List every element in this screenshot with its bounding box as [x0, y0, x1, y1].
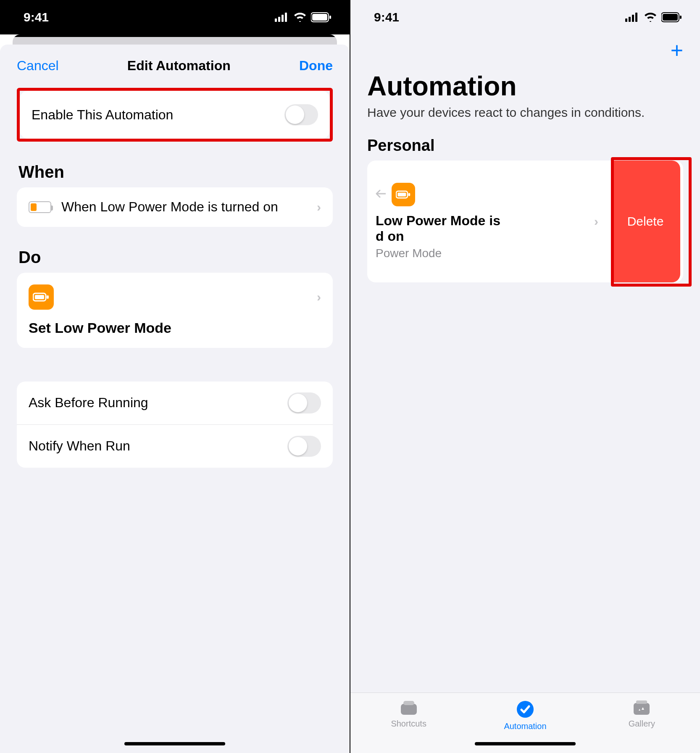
battery-app-icon — [29, 284, 54, 310]
status-icons — [275, 12, 332, 22]
swipe-arrow-icon — [376, 189, 386, 200]
svg-rect-12 — [632, 15, 634, 22]
low-battery-icon — [29, 201, 51, 213]
tab-automation-label: Automation — [504, 721, 546, 731]
do-action-row[interactable]: › Set Low Power Mode — [17, 273, 333, 348]
svg-rect-13 — [635, 13, 637, 22]
cellular-icon — [625, 13, 639, 22]
svg-rect-16 — [680, 16, 682, 19]
ask-before-running-label: Ask Before Running — [29, 395, 287, 411]
svg-rect-20 — [401, 704, 417, 715]
done-button[interactable]: Done — [299, 58, 333, 74]
do-section-header: Do — [18, 248, 333, 267]
battery-app-icon — [392, 183, 415, 206]
notify-when-run-row[interactable]: Notify When Run — [17, 425, 333, 468]
delete-button-label: Delete — [627, 214, 664, 229]
chevron-right-icon: › — [317, 290, 321, 304]
ask-before-running-toggle[interactable] — [287, 392, 321, 413]
sheet-navbar: Cancel Edit Automation Done — [0, 45, 350, 88]
item-text-line2: d on — [376, 229, 599, 244]
svg-rect-2 — [282, 15, 284, 22]
svg-rect-3 — [285, 13, 287, 22]
svg-rect-24 — [636, 700, 647, 704]
tab-shortcuts[interactable]: Shortcuts — [373, 700, 445, 729]
cellular-icon — [275, 13, 289, 22]
add-automation-button[interactable]: + — [671, 39, 683, 61]
notify-when-run-toggle[interactable] — [287, 436, 321, 457]
status-bar-left: 9:41 — [0, 0, 350, 34]
tab-shortcuts-label: Shortcuts — [391, 719, 426, 729]
svg-rect-19 — [408, 193, 411, 196]
svg-rect-10 — [625, 18, 627, 22]
automation-icon — [516, 700, 535, 719]
enable-automation-row[interactable]: Enable This Automation — [20, 91, 330, 139]
svg-rect-18 — [398, 192, 406, 196]
chevron-right-icon: › — [317, 200, 321, 214]
delete-button[interactable]: Delete — [611, 161, 680, 282]
automation-list-item[interactable]: Low Power Mode is d on Power Mode › Dele… — [367, 161, 683, 282]
item-text-line3: Power Mode — [376, 247, 599, 260]
enable-automation-toggle[interactable] — [284, 104, 318, 125]
status-bar-right: 9:41 — [350, 0, 700, 34]
status-icons — [625, 12, 682, 22]
gallery-icon — [631, 700, 652, 716]
svg-rect-11 — [629, 17, 631, 22]
enable-automation-label: Enable This Automation — [32, 107, 284, 123]
battery-icon — [661, 12, 682, 22]
left-phone-screenshot: 9:41 Cancel Edit Automation Done Enable … — [0, 0, 350, 753]
shortcuts-icon — [398, 700, 419, 716]
page-subtitle: Have your devices react to changes in co… — [350, 104, 700, 137]
enable-highlight-box: Enable This Automation — [17, 88, 333, 142]
svg-rect-15 — [663, 14, 678, 21]
svg-rect-1 — [278, 17, 280, 22]
svg-rect-0 — [275, 18, 277, 22]
sheet-title: Edit Automation — [127, 58, 231, 74]
svg-rect-21 — [403, 701, 414, 705]
when-section-header: When — [18, 163, 333, 182]
svg-rect-8 — [35, 295, 44, 299]
when-trigger-text: When Low Power Mode is turned on — [61, 198, 312, 216]
status-time: 9:41 — [24, 10, 49, 24]
home-indicator[interactable] — [475, 742, 576, 745]
svg-rect-23 — [634, 703, 650, 715]
tab-gallery[interactable]: Gallery — [606, 700, 677, 729]
home-indicator[interactable] — [124, 742, 225, 745]
page-title: Automation — [350, 63, 700, 104]
when-trigger-row[interactable]: When Low Power Mode is turned on › — [17, 187, 333, 227]
wifi-icon — [293, 13, 307, 22]
do-action-label: Set Low Power Mode — [29, 320, 321, 336]
battery-icon — [311, 12, 332, 22]
edit-automation-sheet: Cancel Edit Automation Done Enable This … — [0, 45, 350, 753]
status-time: 9:41 — [374, 10, 399, 24]
svg-rect-6 — [329, 16, 331, 19]
right-phone-screenshot: 9:41 + Automation Have your devices reac… — [350, 0, 700, 753]
ask-before-running-row[interactable]: Ask Before Running — [17, 382, 333, 425]
wifi-icon — [644, 13, 657, 22]
notify-when-run-label: Notify When Run — [29, 438, 287, 454]
tab-automation[interactable]: Automation — [489, 700, 561, 731]
tab-gallery-label: Gallery — [629, 719, 655, 729]
cancel-button[interactable]: Cancel — [17, 58, 59, 74]
section-header-personal: Personal — [350, 137, 700, 161]
svg-rect-5 — [312, 14, 327, 21]
item-text-line1: Low Power Mode is — [376, 213, 599, 229]
svg-rect-9 — [47, 295, 49, 299]
chevron-right-icon: › — [594, 214, 598, 229]
